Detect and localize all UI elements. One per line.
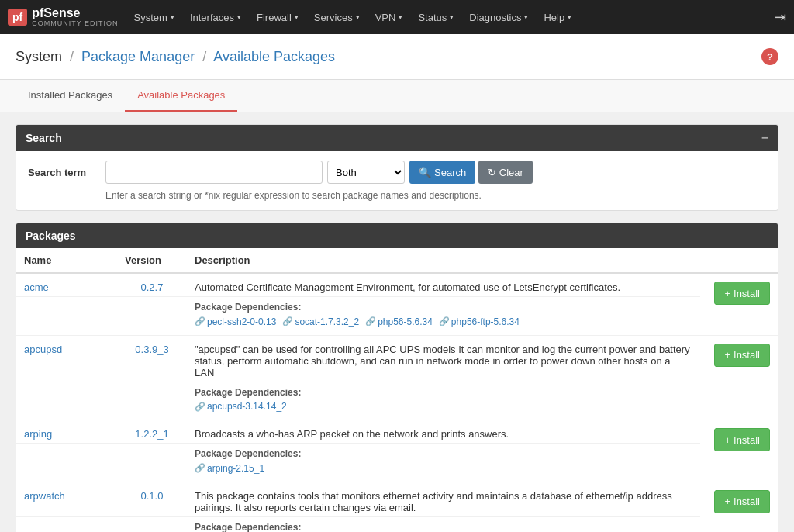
deps-label-acme: Package Dependencies: xyxy=(195,302,692,313)
plus-icon: + xyxy=(724,288,730,299)
package-name-acme[interactable]: acme xyxy=(24,282,49,293)
search-input[interactable] xyxy=(105,161,323,184)
chevron-down-icon: ▾ xyxy=(295,13,299,21)
link-icon: 🔗 xyxy=(195,463,205,473)
package-desc-apcupsd: "apcupsd" can be used for controlling al… xyxy=(187,335,700,382)
dep-link-apcupsd-3.14.14_2[interactable]: 🔗apcupsd-3.14.14_2 xyxy=(195,401,287,412)
tab-available-packages[interactable]: Available Packages xyxy=(125,80,237,112)
package-deps-arping: Package Dependencies:🔗arping-2.15_1 xyxy=(187,444,700,482)
packages-panel: Packages Name Version Description acme0.… xyxy=(16,223,778,532)
brand-name: pfSense xyxy=(32,6,118,20)
nav-interfaces[interactable]: Interfaces ▾ xyxy=(182,0,249,34)
dep-link-php56-ftp-5.6.34[interactable]: 🔗php56-ftp-5.6.34 xyxy=(439,316,520,327)
nav-system[interactable]: System ▾ xyxy=(126,0,182,34)
nav-firewall[interactable]: Firewall ▾ xyxy=(249,0,306,34)
package-name-arpwatch[interactable]: arpwatch xyxy=(24,490,65,502)
plus-icon: + xyxy=(724,349,730,361)
search-panel-heading: Search − xyxy=(16,125,778,151)
nav-diagnostics[interactable]: Diagnostics ▾ xyxy=(461,0,536,34)
collapse-icon[interactable]: − xyxy=(761,131,768,145)
package-version-acme: 0.2.7 xyxy=(117,273,187,297)
table-row-deps: Package Dependencies:🔗arping-2.15_1 xyxy=(16,444,778,482)
clear-btn-label: Clear xyxy=(499,167,523,178)
bc-sep-2: / xyxy=(202,49,206,64)
tabs-bar: Installed Packages Available Packages xyxy=(0,80,794,112)
table-row: arpwatch0.1.0This package contains tools… xyxy=(16,482,778,516)
search-panel-body: Search term Both Name Description 🔍 Sear… xyxy=(16,151,778,210)
topnav-right: ⇥ xyxy=(775,9,786,26)
nav-status[interactable]: Status ▾ xyxy=(410,0,461,34)
dep-link-arping-2.15_1[interactable]: 🔗arping-2.15_1 xyxy=(195,463,264,474)
brand: pf pfSense COMMUNITY EDITION xyxy=(8,6,119,27)
link-icon: 🔗 xyxy=(195,316,205,326)
link-icon: 🔗 xyxy=(282,316,293,326)
search-row: Search term Both Name Description 🔍 Sear… xyxy=(28,161,766,184)
plus-icon: + xyxy=(724,434,730,446)
install-button-arping[interactable]: + Install xyxy=(714,428,770,451)
dep-link-pecl-ssh2-0-0.13[interactable]: 🔗pecl-ssh2-0-0.13 xyxy=(195,316,276,327)
chevron-down-icon: ▾ xyxy=(524,13,528,21)
main-content: Search − Search term Both Name Descripti… xyxy=(0,112,794,532)
logout-icon[interactable]: ⇥ xyxy=(775,9,786,25)
link-icon: 🔗 xyxy=(365,316,376,326)
deps-label-arping: Package Dependencies: xyxy=(195,448,692,459)
breadcrumb: System / Package Manager / Available Pac… xyxy=(16,49,335,65)
packages-panel-heading: Packages xyxy=(16,223,778,248)
table-row: arping1.2.2_1Broadcasts a who-has ARP pa… xyxy=(16,420,778,444)
dep-link-php56-5.6.34[interactable]: 🔗php56-5.6.34 xyxy=(365,316,433,327)
chevron-down-icon: ▾ xyxy=(399,13,402,21)
bc-system: System xyxy=(16,49,62,64)
deps-label-apcupsd: Package Dependencies: xyxy=(195,387,692,398)
table-row: apcupsd0.3.9_3"apcupsd" can be used for … xyxy=(16,335,778,382)
packages-table-container: Name Version Description acme0.2.7Automa… xyxy=(16,248,778,532)
install-button-arpwatch[interactable]: + Install xyxy=(714,490,770,513)
package-deps-acme: Package Dependencies:🔗pecl-ssh2-0-0.13🔗s… xyxy=(187,297,700,336)
package-desc-arping: Broadcasts a who-has ARP packet on the n… xyxy=(187,420,700,444)
chevron-down-icon: ▾ xyxy=(568,13,571,21)
col-header-version: Version xyxy=(117,248,187,273)
chevron-down-icon: ▾ xyxy=(450,13,454,21)
package-name-arping[interactable]: arping xyxy=(24,428,52,440)
table-header-row: Name Version Description xyxy=(16,248,778,273)
nav-vpn[interactable]: VPN ▾ xyxy=(368,0,411,34)
breadcrumb-bar: System / Package Manager / Available Pac… xyxy=(0,34,794,80)
nav-help[interactable]: Help ▾ xyxy=(536,0,579,34)
package-desc-arpwatch: This package contains tools that monitor… xyxy=(187,482,700,516)
search-hint: Enter a search string or *nix regular ex… xyxy=(105,190,766,201)
clear-button[interactable]: ↻ Clear xyxy=(478,161,533,184)
install-button-acme[interactable]: + Install xyxy=(714,282,770,305)
logo: pf xyxy=(8,9,27,26)
package-deps-apcupsd: Package Dependencies:🔗apcupsd-3.14.14_2 xyxy=(187,382,700,420)
col-header-name: Name xyxy=(16,248,117,273)
package-deps-arpwatch: Package Dependencies:🔗arpwatch-2.1.a15_1… xyxy=(187,516,700,532)
help-button[interactable]: ? xyxy=(761,48,778,65)
nav-services[interactable]: Services ▾ xyxy=(306,0,368,34)
brand-edition: COMMUNITY EDITION xyxy=(32,20,118,28)
chevron-down-icon: ▾ xyxy=(237,13,241,21)
package-desc-acme: Automated Certificate Management Environ… xyxy=(187,273,700,297)
refresh-icon: ↻ xyxy=(488,167,496,178)
package-version-arping: 1.2.2_1 xyxy=(117,420,187,444)
topnav: pf pfSense COMMUNITY EDITION System ▾ In… xyxy=(0,0,794,34)
chevron-down-icon: ▾ xyxy=(171,13,174,21)
bc-sep-1: / xyxy=(70,49,74,64)
plus-icon: + xyxy=(724,496,730,507)
deps-label-arpwatch: Package Dependencies: xyxy=(195,522,692,533)
tab-installed-packages[interactable]: Installed Packages xyxy=(16,80,125,112)
bc-package-manager[interactable]: Package Manager xyxy=(81,49,195,64)
topnav-items: System ▾ Interfaces ▾ Firewall ▾ Service… xyxy=(126,0,775,34)
search-panel-title: Search xyxy=(26,132,62,144)
packages-table: Name Version Description acme0.2.7Automa… xyxy=(16,248,778,532)
search-button[interactable]: 🔍 Search xyxy=(409,161,475,184)
brand-text: pfSense COMMUNITY EDITION xyxy=(32,6,118,27)
install-button-apcupsd[interactable]: + Install xyxy=(714,344,770,367)
search-panel: Search − Search term Both Name Descripti… xyxy=(16,124,778,211)
table-row-deps: Package Dependencies:🔗arpwatch-2.1.a15_1… xyxy=(16,516,778,532)
dep-link-socat-1.7.3.2_2[interactable]: 🔗socat-1.7.3.2_2 xyxy=(282,316,359,327)
package-name-apcupsd[interactable]: apcupsd xyxy=(24,344,62,355)
table-row-deps: Package Dependencies:🔗apcupsd-3.14.14_2 xyxy=(16,382,778,420)
search-scope-select[interactable]: Both Name Description xyxy=(327,161,405,184)
packages-tbody: acme0.2.7Automated Certificate Managemen… xyxy=(16,273,778,532)
bc-available-packages[interactable]: Available Packages xyxy=(213,49,335,64)
col-header-action xyxy=(700,248,778,273)
